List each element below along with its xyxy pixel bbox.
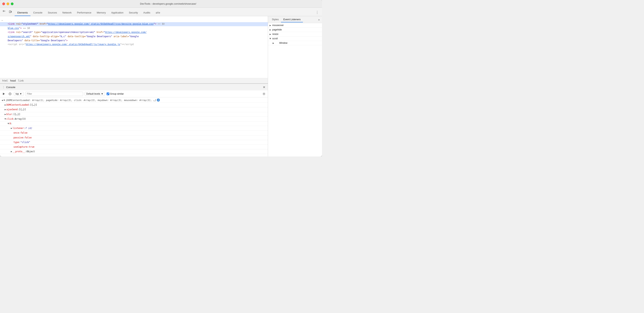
expand-main-object[interactable]: ▶ — [2, 100, 6, 101]
expand-pagehide-icon[interactable]: ▶ — [270, 29, 271, 31]
expand-blur[interactable]: ▶ — [5, 113, 6, 116]
expand-mouseover-icon[interactable]: ▶ — [270, 24, 271, 26]
minimize-button[interactable] — [6, 2, 9, 5]
titlebar: DevTools - developers.google.com/web/sho… — [0, 0, 322, 8]
tab-application[interactable]: Application — [108, 10, 126, 16]
prop-click-0[interactable]: ▶ 0: — [0, 121, 268, 126]
event-mouseover[interactable]: ▶ mouseover — [268, 23, 322, 27]
elements-area[interactable]: … <link rel="stylesheet" href="https://d… — [0, 16, 268, 78]
prop-domcontentloaded[interactable]: ▶ DOMContentLoaded: [{…}] — [0, 103, 268, 107]
main-object-text: {DOMContentLoaded: Array(1), pagehide: A… — [6, 98, 156, 102]
expand-window-icon[interactable]: ▶ — [273, 42, 274, 44]
event-mouseover-label: mouseover — [272, 24, 284, 26]
expand-click[interactable]: ▶ — [4, 118, 7, 120]
group-similar-checkbox[interactable]: Group similar — [107, 92, 124, 95]
tab-elements[interactable]: Elements — [15, 10, 30, 16]
console-drag-handle[interactable]: ⋮ — [2, 85, 6, 89]
event-scroll[interactable]: ▶ scroll — [268, 36, 322, 41]
close-button[interactable] — [2, 2, 5, 5]
event-pagehide-label: pagehide — [272, 28, 282, 31]
svg-marker-4 — [3, 93, 5, 95]
svg-rect-0 — [3, 10, 4, 11]
svg-rect-3 — [11, 11, 12, 12]
tab-console[interactable]: Console — [30, 10, 45, 16]
svg-rect-2 — [9, 11, 11, 13]
tab-styles[interactable]: Styles — [270, 17, 281, 22]
expand-resize-icon[interactable]: ▶ — [270, 33, 271, 35]
tab-performance[interactable]: Performance — [74, 10, 94, 16]
right-panel-tabs: Styles Event Listeners » — [268, 16, 322, 23]
expand-listener[interactable]: ▶ — [11, 126, 12, 130]
ellipsis-line: … — [0, 18, 268, 22]
expand-click-0[interactable]: ▶ — [6, 123, 10, 124]
levels-dropdown-icon: ▼ — [101, 92, 103, 95]
group-similar-label: Group similar — [110, 92, 124, 95]
console-output[interactable]: ◀ ▶ {DOMContentLoaded: Array(1), pagehid… — [0, 97, 268, 156]
tab-security[interactable]: Security — [126, 10, 140, 16]
levels-label: Default levels — [86, 92, 100, 95]
event-pagehide[interactable]: ▶ pagehide — [268, 27, 322, 32]
right-content: ▶ mouseover ▶ pagehide ▶ resize ▶ scroll… — [268, 23, 322, 156]
log-levels-selector[interactable]: Default levels ▼ — [85, 92, 105, 96]
html-line-2[interactable]: <link rel="search" type="application/ope… — [0, 30, 268, 34]
more-right-tabs-icon[interactable]: » — [317, 17, 320, 22]
prop-click[interactable]: ▶ click: Array(3) — [0, 117, 268, 121]
prop-passive: passive: false — [0, 135, 268, 140]
html-line-1[interactable]: <link rel="stylesheet" href="https://dev… — [0, 22, 268, 26]
expand-ajaxsend[interactable]: ▶ — [5, 108, 6, 111]
html-line-2b: s/opensearch.xml" data-tooltip-align="b,… — [0, 34, 268, 38]
console-settings-icon[interactable] — [262, 91, 266, 96]
svg-point-7 — [264, 93, 264, 94]
console-close-button[interactable]: ✕ — [262, 85, 266, 89]
prop-usecapture: useCapture: true — [0, 145, 268, 149]
event-resize-label: resize — [272, 33, 278, 35]
group-similar-input[interactable] — [107, 92, 109, 95]
html-line-3[interactable]: <script src="https://developers.google.c… — [0, 43, 268, 47]
tab-memory[interactable]: Memory — [94, 10, 108, 16]
tab-sources[interactable]: Sources — [45, 10, 60, 16]
console-filter-input[interactable] — [25, 92, 83, 96]
console-header: ⋮ Console ✕ — [0, 83, 268, 90]
inspect-element-icon[interactable] — [2, 9, 7, 14]
console-title: Console — [6, 86, 16, 89]
maximize-button[interactable] — [11, 2, 14, 5]
tab-event-listeners[interactable]: Event Listeners — [281, 17, 303, 22]
tab-network[interactable]: Network — [60, 10, 74, 16]
devtools-tabs-list: Elements Console Sources Network Perform… — [15, 10, 314, 16]
breadcrumb-html[interactable]: html — [2, 79, 9, 82]
breadcrumb-head[interactable]: head — [10, 79, 16, 82]
prop-proto[interactable]: ▶ __proto__: Object — [0, 149, 268, 154]
window-title: DevTools - developers.google.com/web/sho… — [16, 2, 320, 5]
expand-scroll-icon[interactable]: ▶ — [269, 38, 272, 39]
expand-domcontentloaded[interactable]: ▶ — [5, 103, 6, 107]
prop-blur[interactable]: ▶ blur: [{…}] — [0, 112, 268, 117]
prop-ajaxsend[interactable]: ▶ ajaxSend: [{…}] — [0, 107, 268, 112]
event-scroll-label: scroll — [272, 37, 278, 40]
right-panel: Styles Event Listeners » ▶ mouseover ▶ p… — [268, 16, 322, 156]
console-back-nav: ◀ ▶ {DOMContentLoaded: Array(1), pagehid… — [0, 98, 268, 103]
prop-type: type: "click" — [0, 140, 268, 145]
event-resize[interactable]: ▶ resize — [268, 32, 322, 36]
expand-proto[interactable]: ▶ — [11, 150, 12, 153]
context-value: top — [16, 92, 19, 95]
console-panel: ⋮ Console ✕ — [0, 83, 268, 156]
clear-console-icon[interactable] — [8, 91, 12, 96]
prop-listener[interactable]: ▶ listener: f (d) — [0, 126, 268, 131]
tab-audits[interactable]: Audits — [140, 10, 153, 16]
device-toolbar-icon[interactable] — [8, 9, 13, 14]
tab-axe[interactable]: aXe — [153, 10, 163, 16]
tab-icons — [2, 9, 13, 16]
traffic-lights — [2, 2, 14, 5]
context-selector[interactable]: top ▼ — [14, 92, 24, 96]
prop-once: once: false — [0, 131, 268, 135]
left-panel: … <link rel="stylesheet" href="https://d… — [0, 16, 268, 156]
context-dropdown-icon: ▼ — [20, 92, 22, 95]
more-tabs-icon[interactable]: ⋮ — [314, 9, 320, 16]
html-line-1b: blue.css"> == $0 — [0, 26, 268, 30]
event-scroll-window[interactable]: ▶ Window — [268, 41, 322, 45]
execute-script-icon[interactable] — [2, 91, 6, 96]
breadcrumb-link[interactable]: link — [17, 79, 24, 82]
main-area: … <link rel="stylesheet" href="https://d… — [0, 16, 322, 156]
info-icon: i — [157, 98, 160, 102]
breadcrumb: html head link — [0, 78, 268, 83]
